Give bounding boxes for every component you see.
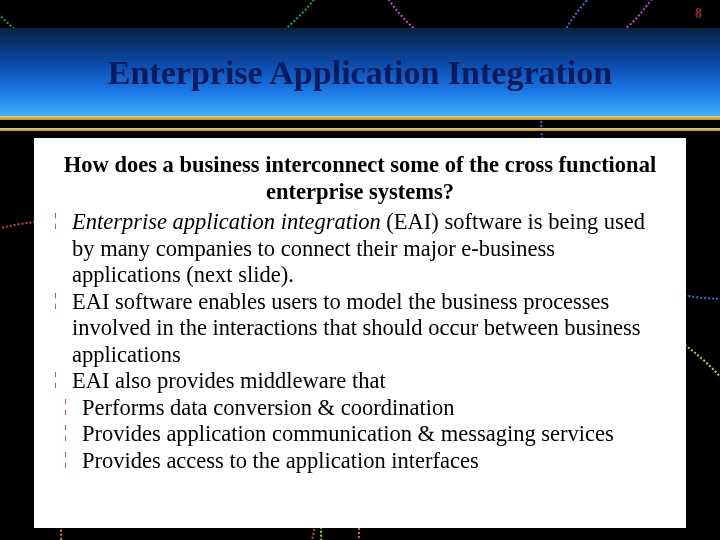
bullet-emph: Enterprise application integration <box>72 209 381 234</box>
sub-bullet-item: Provides application communication & mes… <box>54 421 666 448</box>
content-heading: How does a business interconnect some of… <box>54 152 666 205</box>
bullet-item: EAI also provides middleware that <box>54 368 666 395</box>
bullet-item: EAI software enables users to model the … <box>54 289 666 369</box>
sub-bullet-item: Provides access to the application inter… <box>54 448 666 475</box>
slide-title: Enterprise Application Integration <box>0 54 720 92</box>
content-area: How does a business interconnect some of… <box>34 138 686 528</box>
divider <box>0 128 720 131</box>
sub-bullet-item: Performs data conversion & coordination <box>54 395 666 422</box>
page-number: 8 <box>695 6 702 22</box>
bullet-item: Enterprise application integration (EAI)… <box>54 209 666 289</box>
bullet-list: Enterprise application integration (EAI)… <box>54 209 666 474</box>
divider <box>0 116 720 120</box>
